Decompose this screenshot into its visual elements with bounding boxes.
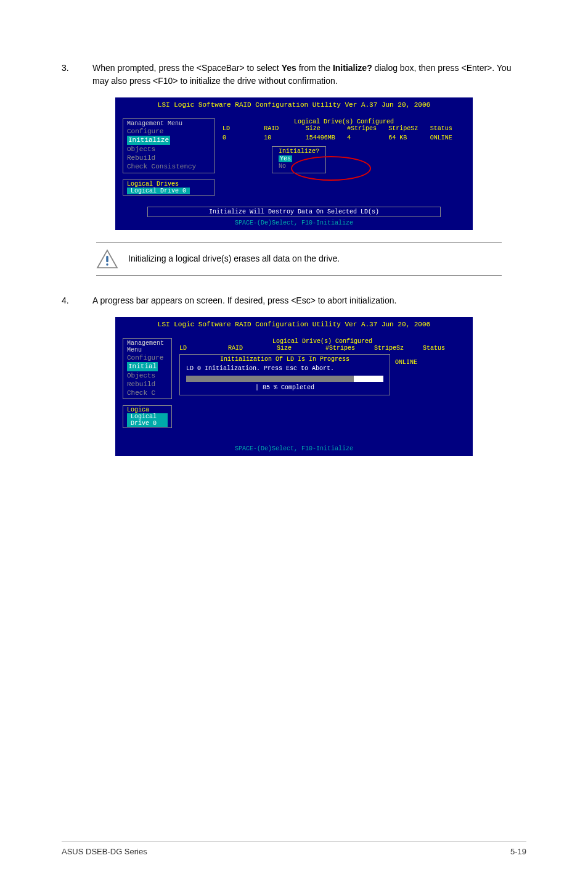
menu-item: Initial (127, 362, 158, 371)
progress-pct: | 85 % Completed (186, 384, 383, 391)
menu-item-rebuild: Rebuild (127, 154, 211, 162)
dialog-option-no: No (279, 163, 319, 170)
step-text: A progress bar appears on screen. If des… (92, 294, 526, 307)
cell: 64 KB (388, 134, 423, 141)
logical-drives-table: Logical Drive(s) Configured LD RAID Size… (223, 118, 465, 173)
t: from the (296, 63, 333, 73)
col: LD (223, 125, 258, 132)
menu-item: Rebuild (127, 380, 168, 389)
footer-right: 5-19 (510, 847, 526, 856)
bios-screenshot-progress: LSI Logic Software RAID Configuration Ut… (115, 317, 473, 456)
t: When prompted, press the <SpaceBar> to s… (92, 63, 282, 73)
step-3: 3. When prompted, press the <SpaceBar> t… (62, 62, 526, 88)
cell: 4 (347, 134, 382, 141)
page-footer: ASUS DSEB-DG Series 5-19 (62, 841, 526, 856)
status-value: ONLINE (395, 359, 417, 366)
bios-title: LSI Logic Software RAID Configuration Ut… (118, 320, 470, 329)
menu-item: Check C (127, 389, 168, 397)
cell: ONLINE (430, 134, 465, 141)
bios-screenshot-initialize-dialog: LSI Logic Software RAID Configuration Ut… (115, 97, 473, 230)
cell: 154496MB (306, 134, 341, 141)
step-number: 4. (62, 294, 92, 307)
logical-drives-box: Logica Logical Drive 0 (123, 405, 172, 428)
logical-label: Logical Drives (127, 181, 179, 188)
warning-bar: Initialize Will Destroy Data On Selected… (147, 207, 441, 217)
table-section-title: Logical Drive(s) Configured (223, 118, 465, 125)
logical-drives-box: Logical Drives Logical Drive 0 (123, 179, 215, 196)
progress-title: Initialization Of LD Is In Progress (186, 356, 383, 363)
table-section-title: Logical Drive(s) Configured (179, 338, 465, 345)
initialize-dialog: Initialize? Yes No (272, 146, 326, 173)
menu-item-check: Check Consistency (127, 162, 211, 171)
menu-item-objects: Objects (127, 145, 211, 154)
col: #Stripes (325, 345, 368, 352)
warning-triangle-icon (96, 249, 118, 269)
col: Size (306, 125, 341, 132)
col: Size (277, 345, 319, 352)
cell: 10 (264, 134, 299, 141)
col: LD (179, 345, 222, 352)
b: Yes (282, 63, 296, 73)
dialog-option-yes: Yes (279, 155, 292, 162)
bios-title: LSI Logic Software RAID Configuration Ut… (118, 100, 470, 110)
menu-item-initialize: Initialize (127, 136, 170, 144)
svg-rect-0 (106, 256, 108, 263)
table-header: LD RAID Size #Stripes StripeSz Status (223, 125, 465, 132)
menu-item-configure: Configure (127, 127, 211, 136)
cell: 0 (223, 134, 258, 141)
col: RAID (228, 345, 271, 352)
progress-box: Initialization Of LD Is In Progress LD 0… (179, 354, 390, 395)
table-header: LD RAID Size #Stripes StripeSz Status (179, 345, 465, 352)
logical-drive-selected: Logical Drive 0 (127, 188, 190, 194)
logical-drive-selected: Logical Drive 0 (127, 413, 168, 427)
col: Status (423, 345, 465, 352)
management-menu: Management Menu Configure Initialize Obj… (123, 118, 215, 173)
menu-item: Configure (127, 353, 168, 362)
step-4: 4. A progress bar appears on screen. If … (62, 294, 526, 307)
step-number: 3. (62, 62, 92, 88)
col: #Stripes (347, 125, 382, 132)
svg-point-1 (106, 263, 108, 266)
progress-bar (186, 376, 383, 382)
table-row: 0 10 154496MB 4 64 KB ONLINE (223, 134, 465, 141)
dialog-title: Initialize? (279, 148, 319, 155)
management-menu: Management Menu Configure Initial Object… (123, 338, 172, 399)
footer-left: ASUS DSEB-DG Series (62, 847, 147, 856)
menu-item: Objects (127, 371, 168, 380)
bios-footer: SPACE-(De)Select, F10-Initialize (123, 220, 465, 228)
col: Status (430, 125, 465, 132)
menu-title: Management Menu (127, 120, 211, 127)
step-text: When prompted, press the <SpaceBar> to s… (92, 62, 526, 88)
warning-note: Initializing a logical drive(s) erases a… (96, 242, 502, 276)
progress-fill (186, 376, 354, 382)
col: RAID (264, 125, 299, 132)
progress-area: Logical Drive(s) Configured LD RAID Size… (179, 338, 465, 399)
progress-msg: LD 0 Initialization. Press Esc to Abort. (186, 365, 383, 372)
b: Initialize? (333, 63, 372, 73)
menu-title: Management Menu (127, 340, 168, 353)
logical-label: Logica (127, 406, 149, 413)
bios-footer: SPACE-(De)Select, F10-Initialize (123, 445, 465, 453)
col: StripeSz (374, 345, 417, 352)
col: StripeSz (388, 125, 423, 132)
note-text: Initializing a logical drive(s) erases a… (128, 253, 340, 265)
